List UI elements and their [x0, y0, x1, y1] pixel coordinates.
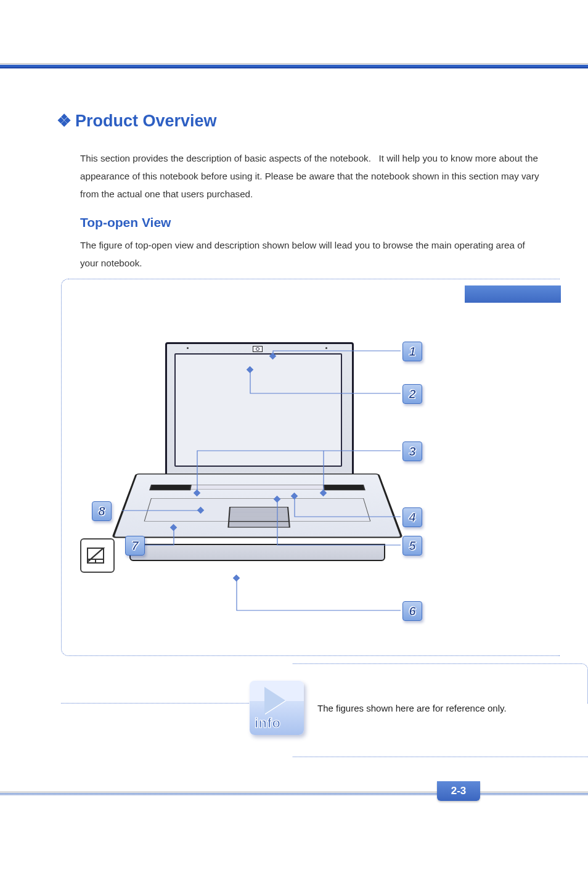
speaker-left-icon	[149, 485, 192, 490]
touchpad-icon	[227, 507, 290, 528]
callout-2: 2	[402, 384, 422, 404]
section-heading-text: Product Overview	[75, 112, 217, 130]
speaker-right-icon	[323, 485, 365, 490]
touchpad-lock-icon	[80, 538, 115, 573]
play-icon	[264, 687, 285, 714]
section-heading: ❖Product Overview	[57, 111, 544, 131]
callout-4: 4	[402, 507, 422, 527]
intro-paragraph: This section provides the description of…	[80, 149, 544, 203]
callout-1: 1	[402, 342, 422, 361]
callout-7: 7	[125, 536, 145, 556]
footer-rule	[0, 792, 588, 795]
laptop-illustration	[129, 342, 385, 601]
info-caption: The figures shown here are for reference…	[317, 703, 507, 713]
info-icon: info	[250, 681, 304, 735]
callout-6: 6	[402, 601, 422, 621]
fleur-icon: ❖	[57, 112, 71, 130]
page-number: 2-3	[437, 781, 480, 801]
webcam-icon	[253, 346, 263, 352]
info-label: info	[255, 715, 280, 731]
header-rule	[0, 64, 588, 68]
subsection-heading: Top-open View	[80, 215, 544, 230]
callout-3: 3	[402, 441, 422, 461]
figure-tab	[465, 285, 561, 303]
subintro-paragraph: The figure of top-open view and descript…	[80, 236, 544, 272]
callout-8: 8	[92, 501, 112, 521]
callout-5: 5	[402, 536, 422, 556]
